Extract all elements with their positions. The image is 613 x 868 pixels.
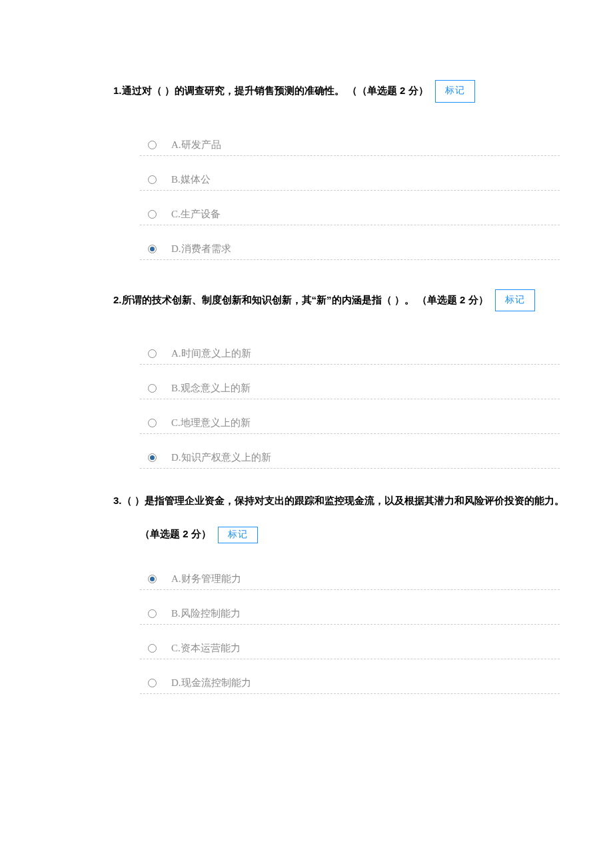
question-3: 3.（ ）是指管理企业资金，保持对支出的跟踪和监控现金流，以及根据其潜力和风险评… <box>0 491 613 694</box>
option-label: C.生产设备 <box>171 204 221 221</box>
option-label: B.媒体公 <box>171 169 211 186</box>
question-text: （ ）是指管理企业资金，保持对支出的跟踪和监控现金流，以及根据其潜力和风险评价投… <box>122 495 564 506</box>
mark-button[interactable]: 标记 <box>435 80 475 103</box>
option-a[interactable]: A.研发产品 <box>140 121 560 156</box>
option-label: B.观念意义上的新 <box>171 378 251 395</box>
radio-icon[interactable] <box>148 679 157 687</box>
question-number: 3. <box>113 495 122 506</box>
radio-icon[interactable] <box>148 575 157 583</box>
option-a[interactable]: A.时间意义上的新 <box>140 330 560 365</box>
question-number: 1. <box>113 85 122 96</box>
option-d[interactable]: D.现金流控制能力 <box>140 659 560 694</box>
options-list: A.财务管理能力 B.风险控制能力 C.资本运营能力 D.现金流控制能力 <box>0 555 613 694</box>
radio-icon[interactable] <box>148 245 157 253</box>
option-label: A.财务管理能力 <box>171 569 241 585</box>
option-d[interactable]: D.知识产权意义上的新 <box>140 434 560 469</box>
option-label: D.知识产权意义上的新 <box>171 447 271 464</box>
question-head: 3.（ ）是指管理企业资金，保持对支出的跟踪和监控现金流，以及根据其潜力和风险评… <box>0 491 613 511</box>
option-label: D.现金流控制能力 <box>171 673 251 689</box>
question-head: 2.所谓的技术创新、制度创新和知识创新，其“新”的内涵是指（ ）。 （单选题 2… <box>0 289 613 312</box>
option-label: A.时间意义上的新 <box>171 343 251 360</box>
option-label: C.地理意义上的新 <box>171 413 251 429</box>
option-label: D.消费者需求 <box>171 239 231 255</box>
mark-button[interactable]: 标记 <box>495 289 535 312</box>
radio-icon[interactable] <box>148 419 157 427</box>
radio-icon[interactable] <box>148 175 157 184</box>
radio-icon[interactable] <box>148 349 157 358</box>
question-points-line: （单选题 2 分） 标记 <box>0 527 613 543</box>
radio-icon[interactable] <box>148 141 157 149</box>
question-points: （单选题 2 分） <box>417 293 488 305</box>
option-label: B.风险控制能力 <box>171 603 241 620</box>
question-2: 2.所谓的技术创新、制度创新和知识创新，其“新”的内涵是指（ ）。 （单选题 2… <box>0 289 613 469</box>
option-label: C.资本运营能力 <box>171 638 241 655</box>
question-1: 1.通过对（ ）的调查研究，提升销售预测的准确性。 （（单选题 2 分） 标记 … <box>0 80 613 260</box>
question-text: 所谓的技术创新、制度创新和知识创新，其“新”的内涵是指（ ）。 <box>122 293 414 305</box>
radio-icon[interactable] <box>148 609 157 618</box>
question-head: 1.通过对（ ）的调查研究，提升销售预测的准确性。 （（单选题 2 分） 标记 <box>0 80 613 103</box>
option-d[interactable]: D.消费者需求 <box>140 225 560 260</box>
option-b[interactable]: B.媒体公 <box>140 156 560 191</box>
option-c[interactable]: C.资本运营能力 <box>140 625 560 659</box>
option-a[interactable]: A.财务管理能力 <box>140 555 560 590</box>
option-c[interactable]: C.地理意义上的新 <box>140 399 560 434</box>
options-list: A.研发产品 B.媒体公 C.生产设备 D.消费者需求 <box>0 121 613 260</box>
radio-icon[interactable] <box>148 210 157 219</box>
radio-icon[interactable] <box>148 644 157 653</box>
question-points: （单选题 2 分） <box>140 528 211 539</box>
mark-button[interactable]: 标记 <box>218 527 258 543</box>
option-c[interactable]: C.生产设备 <box>140 191 560 225</box>
option-b[interactable]: B.观念意义上的新 <box>140 365 560 399</box>
radio-icon[interactable] <box>148 453 157 462</box>
option-b[interactable]: B.风险控制能力 <box>140 590 560 625</box>
question-text: 通过对（ ）的调查研究，提升销售预测的准确性。 <box>122 85 344 96</box>
radio-icon[interactable] <box>148 384 157 393</box>
options-list: A.时间意义上的新 B.观念意义上的新 C.地理意义上的新 D.知识产权意义上的… <box>0 330 613 469</box>
option-label: A.研发产品 <box>171 135 221 151</box>
question-points: （（单选题 2 分） <box>347 85 428 96</box>
question-number: 2. <box>113 293 122 305</box>
